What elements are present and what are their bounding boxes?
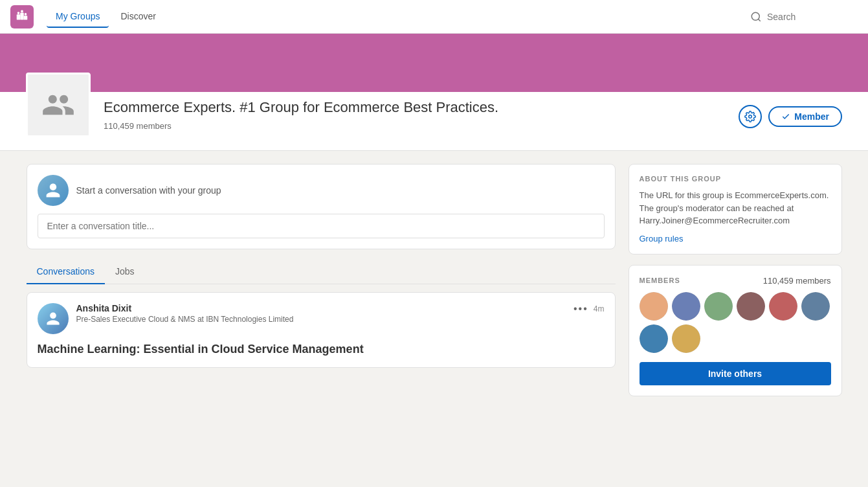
- members-section-title: MEMBERS: [640, 277, 680, 284]
- post-card: Anshita Dixit Pre-Sales Executive Cloud …: [27, 292, 616, 368]
- post-header: Anshita Dixit Pre-Sales Executive Cloud …: [38, 303, 605, 334]
- about-section-title: ABOUT THIS GROUP: [640, 175, 831, 183]
- member-avatar: [640, 324, 668, 353]
- convo-user-row: Start a conversation with your group: [38, 175, 605, 206]
- post-actions-row: ••• 4m: [573, 303, 604, 315]
- member-avatar: [769, 292, 797, 321]
- member-avatar: [672, 324, 700, 353]
- member-avatar: [704, 292, 733, 321]
- svg-point-5: [25, 13, 27, 16]
- search-input[interactable]: [767, 12, 858, 22]
- user-avatar: [38, 175, 69, 206]
- member-avatars-row: [640, 292, 831, 353]
- conversation-prompt: Start a conversation with your group: [76, 185, 221, 196]
- about-section: ABOUT THIS GROUP The URL for this group …: [629, 164, 842, 255]
- tab-conversations[interactable]: Conversations: [27, 260, 106, 284]
- group-member-count: 110,459 members: [104, 121, 726, 131]
- member-button[interactable]: Member: [768, 106, 842, 127]
- group-title: Ecommerce Experts. #1 Group for Ecommerc…: [104, 98, 608, 117]
- members-section: MEMBERS 110,459 members: [629, 265, 842, 396]
- post-author-subtitle: Pre-Sales Executive Cloud & NMS at IBN T…: [76, 315, 566, 324]
- post-author-name: Anshita Dixit: [76, 303, 566, 313]
- member-avatar: [640, 292, 668, 321]
- tab-jobs[interactable]: Jobs: [105, 260, 145, 284]
- members-count: 110,459 members: [763, 276, 831, 286]
- group-info: Ecommerce Experts. #1 Group for Ecommerc…: [104, 92, 726, 131]
- nav-my-groups[interactable]: My Groups: [47, 6, 109, 28]
- group-rules-link[interactable]: Group rules: [640, 234, 831, 244]
- svg-point-6: [751, 12, 759, 20]
- right-sidebar: ABOUT THIS GROUP The URL for this group …: [629, 164, 842, 407]
- post-more-button[interactable]: •••: [573, 303, 588, 315]
- group-header: Ecommerce Experts. #1 Group for Ecommerc…: [0, 92, 868, 151]
- nav-discover[interactable]: Discover: [111, 6, 164, 28]
- about-text: The URL for this group is EcommerceExper…: [640, 189, 831, 227]
- top-navigation: My Groups Discover: [0, 0, 868, 34]
- content-tabs: Conversations Jobs: [27, 260, 616, 284]
- svg-rect-2: [24, 16, 28, 19]
- group-avatar: [26, 73, 91, 137]
- settings-button[interactable]: [739, 105, 762, 128]
- member-avatar: [672, 292, 700, 321]
- checkmark-icon: [781, 112, 790, 121]
- gear-icon: [744, 111, 756, 122]
- search-icon: [750, 11, 762, 23]
- svg-rect-1: [20, 12, 24, 19]
- post-time: 4m: [594, 304, 605, 313]
- svg-point-7: [749, 115, 752, 119]
- post-author-avatar: [38, 303, 69, 334]
- svg-point-3: [17, 12, 20, 14]
- member-avatar: [737, 292, 765, 321]
- invite-others-button[interactable]: Invite others: [640, 362, 831, 385]
- group-actions: Member: [739, 105, 842, 128]
- svg-rect-0: [17, 14, 21, 19]
- nav-search-area: [750, 11, 858, 23]
- member-avatar: [801, 292, 830, 321]
- main-layout: Start a conversation with your group Con…: [14, 164, 855, 407]
- app-logo: [10, 5, 34, 28]
- conversation-title-input[interactable]: [38, 214, 605, 238]
- conversation-starter: Start a conversation with your group: [27, 164, 616, 249]
- post-meta: Anshita Dixit Pre-Sales Executive Cloud …: [76, 303, 566, 324]
- post-title: Machine Learning: Essential in Cloud Ser…: [38, 342, 605, 357]
- left-column: Start a conversation with your group Con…: [27, 164, 616, 407]
- nav-links: My Groups Discover: [47, 6, 165, 28]
- svg-point-4: [21, 10, 23, 12]
- group-banner: [0, 34, 868, 92]
- members-header: MEMBERS 110,459 members: [640, 276, 831, 286]
